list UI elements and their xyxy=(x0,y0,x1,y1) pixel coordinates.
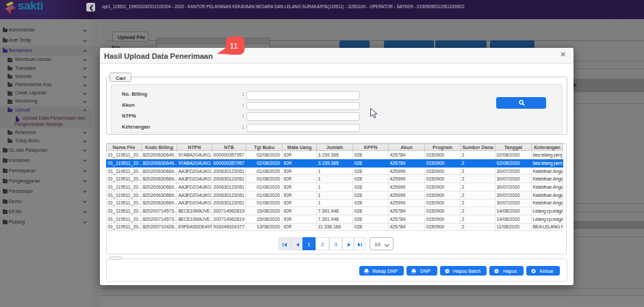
svg-text:11: 11 xyxy=(230,42,238,50)
